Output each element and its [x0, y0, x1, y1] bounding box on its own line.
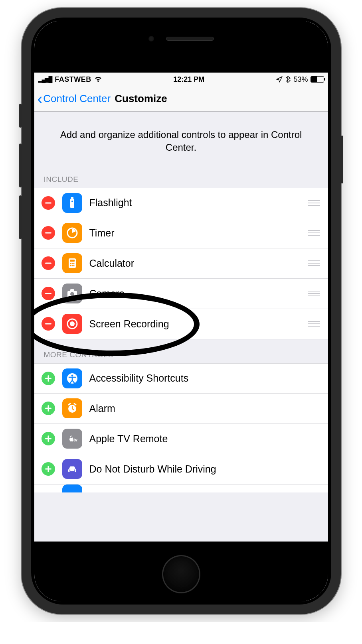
status-time: 12:21 PM [102, 75, 276, 84]
back-button[interactable]: ‹ Control Center [38, 93, 111, 105]
calculator-icon [62, 253, 82, 273]
power-button [341, 136, 343, 183]
signal-bars-icon: ▂▄▆█ [38, 76, 52, 83]
add-button[interactable] [42, 402, 55, 415]
phone-speaker [148, 36, 214, 41]
location-icon [276, 76, 283, 83]
bluetooth-icon [285, 76, 291, 83]
section-header-include: INCLUDE [34, 170, 328, 188]
more-row [34, 484, 328, 492]
reorder-handle[interactable] [307, 200, 321, 206]
wifi-icon [95, 76, 102, 83]
include-list: Flashlight Timer Calculator Camera Scree… [34, 188, 328, 339]
more-row: Alarm [34, 394, 328, 424]
row-label: Do Not Disturb While Driving [89, 463, 321, 475]
remove-button[interactable] [42, 256, 55, 270]
more-row: Accessibility Shortcuts [34, 363, 328, 394]
status-bar: ▂▄▆█ FASTWEB 12:21 PM 53% [34, 73, 328, 86]
camera-icon [62, 284, 82, 303]
nav-bar: ‹ Control Center Customize [34, 86, 328, 112]
section-header-more: MORE CONTROLS [34, 339, 328, 363]
more-row: Do Not Disturb While Driving [34, 454, 328, 484]
remove-button[interactable] [42, 287, 55, 300]
record-icon [62, 314, 82, 334]
phone-frame: ▂▄▆█ FASTWEB 12:21 PM 53% ‹ Control Cent… [22, 8, 341, 614]
add-button[interactable] [42, 372, 55, 385]
row-label: Timer [89, 227, 307, 239]
include-row: Camera [34, 279, 328, 309]
include-row: Flashlight [34, 188, 328, 218]
row-label: Accessibility Shortcuts [89, 372, 321, 384]
add-button[interactable] [42, 462, 55, 476]
row-label: Camera [89, 288, 307, 299]
include-row: Timer [34, 218, 328, 248]
page-title: Customize [115, 93, 167, 105]
timer-icon [62, 223, 82, 243]
row-label: Alarm [89, 403, 321, 414]
remove-button[interactable] [42, 196, 55, 210]
include-row: Calculator [34, 248, 328, 279]
volume-down-button [19, 195, 22, 239]
back-label: Control Center [43, 93, 111, 105]
car-icon [62, 459, 82, 479]
reorder-handle[interactable] [307, 321, 321, 327]
partial-icon [62, 484, 82, 492]
row-label: Screen Recording [89, 318, 307, 330]
appletv-icon [62, 429, 82, 449]
intro-text: Add and organize additional controls to … [34, 112, 328, 170]
carrier-label: FASTWEB [55, 75, 91, 84]
remove-button[interactable] [42, 226, 55, 240]
alarm-icon [62, 398, 82, 418]
remove-button[interactable] [42, 317, 55, 331]
home-button[interactable] [162, 555, 200, 593]
row-label: Calculator [89, 258, 307, 269]
volume-up-button [19, 144, 22, 187]
more-list: Accessibility Shortcuts Alarm Apple TV R… [34, 363, 328, 492]
include-row: Screen Recording [34, 309, 328, 339]
reorder-handle[interactable] [307, 230, 321, 236]
battery-pct: 53% [293, 75, 308, 84]
flashlight-icon [62, 193, 82, 213]
mute-switch [19, 104, 22, 128]
row-label: Flashlight [89, 197, 307, 209]
reorder-handle[interactable] [307, 260, 321, 266]
reorder-handle[interactable] [307, 291, 321, 296]
accessibility-icon [62, 368, 82, 388]
more-row: Apple TV Remote [34, 424, 328, 454]
row-label: Apple TV Remote [89, 433, 321, 445]
battery-icon [311, 76, 324, 83]
add-button[interactable] [42, 432, 55, 445]
